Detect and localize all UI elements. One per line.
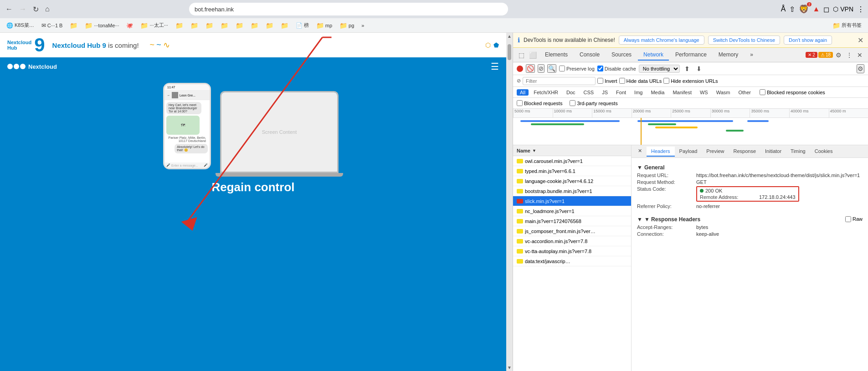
profile-icon[interactable]: ⬡ VPN <box>833 5 853 13</box>
request-item-accordion[interactable]: vc-accordion.min.js?ver=7.8 <box>513 236 631 246</box>
tab-cookies[interactable]: Cookies <box>810 147 837 157</box>
nc-hamburger[interactable]: ☰ <box>491 61 499 72</box>
bookmark-github[interactable]: 🐙 <box>123 21 136 30</box>
bookmark-folder1[interactable]: 📁 <box>67 21 80 30</box>
bookmark-rankings[interactable]: 📄 榜 <box>293 21 312 30</box>
network-settings-button[interactable]: ⚙ <box>857 64 864 73</box>
scroll-up-button[interactable]: ▲ <box>506 33 513 40</box>
tab-preview[interactable]: Preview <box>702 147 729 157</box>
request-item-typed[interactable]: typed.min.js?ver=6.6.1 <box>513 166 631 176</box>
blocked-response-checkbox[interactable]: Blocked response cookies <box>760 89 825 95</box>
brave-shield-icon[interactable]: ▲ <box>812 5 820 13</box>
back-button[interactable]: ← <box>4 3 15 15</box>
inspect-button[interactable]: ⬚ <box>517 50 526 61</box>
scroll-down-button[interactable]: ▼ <box>506 364 513 371</box>
bookmark-folder5[interactable]: 📁 <box>203 21 216 30</box>
request-item-tta[interactable]: vc-tta-autoplay.min.js?ver=7.8 <box>513 246 631 256</box>
bookmark-folder6[interactable]: 📁 <box>218 21 231 30</box>
bookmark-toname[interactable]: 📁 ···tonaMe··· <box>82 21 122 30</box>
hide-extension-urls-checkbox[interactable]: Hide extension URLs <box>663 78 718 84</box>
filter-button[interactable]: ⊘ <box>538 64 544 73</box>
menu-icon[interactable]: ⋮ <box>857 5 864 14</box>
settings-button[interactable]: ⚙ <box>834 50 843 61</box>
tab-sources[interactable]: Sources <box>606 50 637 61</box>
filter-ws-button[interactable]: WS <box>697 89 711 96</box>
filter-doc-button[interactable]: Doc <box>563 89 579 96</box>
bookmark-folder8[interactable]: 📁 <box>248 21 261 30</box>
home-button[interactable]: ⌂ <box>43 3 51 15</box>
bookmark-folder3[interactable]: 📁 <box>173 21 186 30</box>
forward-button[interactable]: → <box>17 3 28 15</box>
bookmark-folder7[interactable]: 📁 <box>233 21 246 30</box>
tab-headers[interactable]: Headers <box>647 147 675 157</box>
bookmark-all[interactable]: 📁 所有书签 <box>830 21 864 30</box>
dont-show-again-button[interactable]: Don't show again <box>784 36 832 45</box>
share-icon[interactable]: ⇧ <box>789 5 795 14</box>
filter-other-button[interactable]: Other <box>735 89 754 96</box>
brave-icon[interactable]: 🦁 2 <box>799 4 809 14</box>
website-scrollbar[interactable]: ▲ ▼ <box>506 33 513 371</box>
bookmark-folder9[interactable]: 📁 <box>263 21 276 30</box>
switch-chinese-button[interactable]: Switch DevTools to Chinese <box>708 36 780 45</box>
request-item-owl[interactable]: owl.carousel.min.js?ver=1 <box>513 156 631 166</box>
filter-img-button[interactable]: Img <box>631 89 646 96</box>
upload-button[interactable]: ⬆ <box>683 63 692 74</box>
throttle-select[interactable]: No throttling Fast 3G Slow 3G <box>639 65 680 73</box>
bookmark-k8s[interactable]: 🌐 K8S菜… <box>4 21 37 30</box>
translate-icon[interactable]: Å <box>781 5 786 13</box>
download-button[interactable]: ⬇ <box>694 63 704 74</box>
tab-performance[interactable]: Performance <box>670 50 712 61</box>
bookmark-pg[interactable]: 📁 pg <box>337 21 357 30</box>
filter-css-button[interactable]: CSS <box>580 89 597 96</box>
filter-all-button[interactable]: All <box>517 89 529 96</box>
filter-js-button[interactable]: JS <box>599 89 611 96</box>
third-party-checkbox[interactable]: 3rd-party requests <box>570 100 617 106</box>
tab-initiator[interactable]: Initiator <box>760 147 786 157</box>
tab-response[interactable]: Response <box>729 147 760 157</box>
filter-fetch-xhr-button[interactable]: Fetch/XHR <box>530 89 561 96</box>
filter-manifest-button[interactable]: Manifest <box>669 89 695 96</box>
bookmark-folder10[interactable]: 📁 <box>278 21 291 30</box>
tab-memory[interactable]: Memory <box>713 50 744 61</box>
match-language-button[interactable]: Always match Chrome's language <box>619 36 704 45</box>
scroll-handle[interactable] <box>508 44 511 60</box>
request-item-slick[interactable]: slick.min.js?ver=1 <box>513 196 631 206</box>
filter-input[interactable] <box>523 77 596 85</box>
detail-close-icon[interactable]: ✕ <box>633 146 647 157</box>
close-devtools-button[interactable]: ✕ <box>855 50 864 61</box>
raw-checkbox[interactable]: Raw <box>845 216 863 222</box>
tab-timing[interactable]: Timing <box>786 147 810 157</box>
request-item-data[interactable]: data:text/javascrip… <box>513 256 631 266</box>
invert-checkbox[interactable]: Invert <box>597 78 617 84</box>
record-button[interactable] <box>517 66 523 72</box>
hide-data-urls-checkbox[interactable]: Hide data URLs <box>619 78 662 84</box>
tab-network[interactable]: Network <box>638 50 669 61</box>
tab-console[interactable]: Console <box>574 50 605 61</box>
tab-elements[interactable]: Elements <box>539 50 573 61</box>
address-bar[interactable]: bot.freehan.ink <box>189 3 508 15</box>
request-item-composer[interactable]: js_composer_front.min.js?ver… <box>513 226 631 236</box>
preserve-log-checkbox[interactable]: Preserve log <box>559 66 595 71</box>
bookmark-mp[interactable]: 📁 mp <box>313 21 335 30</box>
bookmark-mail[interactable]: ✉ C···1 B <box>39 21 66 30</box>
clear-button[interactable]: 🚫 <box>526 64 535 73</box>
request-item-main[interactable]: main.js?ver=1724076568 <box>513 216 631 226</box>
request-item-bootstrap[interactable]: bootstrap.bundle.min.js?ver=1 <box>513 186 631 196</box>
request-item-language[interactable]: language-cookie.js?ver=4.6.12 <box>513 176 631 186</box>
disable-cache-checkbox[interactable]: Disable cache <box>597 66 636 71</box>
bookmark-icon[interactable]: ◻ <box>823 5 829 14</box>
response-headers-section-title[interactable]: ▼ ▼ Response Headers <box>637 216 845 223</box>
bookmark-folder2[interactable]: 📁 ···太工··· <box>138 21 170 30</box>
filter-media-button[interactable]: Media <box>647 89 668 96</box>
request-item-nc-loadmore[interactable]: nc_loadmore.js?ver=1 <box>513 206 631 216</box>
bookmark-folder4[interactable]: 📁 <box>188 21 201 30</box>
more-options-button[interactable]: ⋮ <box>844 50 854 61</box>
tab-more[interactable]: » <box>745 50 759 61</box>
search-button[interactable]: 🔍 <box>547 64 556 73</box>
info-close-button[interactable]: ✕ <box>858 36 863 45</box>
bookmark-more[interactable]: » <box>359 22 367 29</box>
refresh-button[interactable]: ↻ <box>31 3 41 15</box>
filter-wasm-button[interactable]: Wasm <box>713 89 734 96</box>
general-section-title[interactable]: ▼ General <box>637 164 863 171</box>
device-button[interactable]: ⬜ <box>527 50 539 61</box>
